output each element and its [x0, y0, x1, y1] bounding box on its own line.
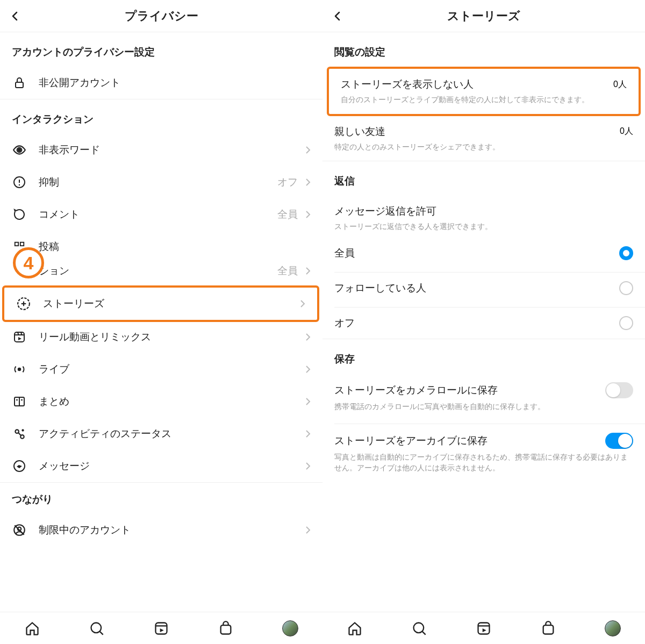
sub-allow-replies: ストーリーズに返信できる人を選択できます。 — [334, 221, 633, 232]
chevron-right-icon — [305, 267, 311, 275]
annotation-badge-4: 4 — [13, 247, 44, 278]
label-stories: ストーリーズ — [43, 297, 297, 311]
row-messages[interactable]: メッセージ — [0, 450, 322, 482]
label-save-archive: ストーリーズをアーカイブに保存 — [334, 434, 605, 448]
header-privacy: プライバシー — [0, 0, 322, 32]
svg-point-4 — [19, 184, 20, 185]
value-comments: 全員 — [277, 207, 298, 221]
row-save-camera-roll[interactable]: ストーリーズをカメラロールに保存 携帯電話のカメラロールに写真や動画を自動的に保… — [322, 374, 645, 421]
row-activity-status[interactable]: アクティビティのステータス — [0, 418, 322, 450]
value-mentions: 全員 — [277, 264, 298, 278]
back-button[interactable] — [332, 11, 343, 22]
live-icon — [12, 362, 27, 377]
value-limit: オフ — [277, 175, 298, 189]
tab-shop[interactable] — [540, 620, 556, 636]
row-close-friends[interactable]: 親しい友達 0人 特定の人とのみストーリーズをシェアできます。 — [322, 116, 645, 161]
tab-search[interactable] — [89, 620, 105, 636]
highlight-hide-from: ストーリーズを表示しない人 0人 自分のストーリーズとライブ動画を特定の人に対し… — [327, 67, 641, 116]
row-posts-partial[interactable]: 投稿 — [0, 231, 322, 255]
lock-icon — [12, 75, 27, 90]
row-reels[interactable]: リール動画とリミックス — [0, 321, 322, 353]
row-hide-stories-from[interactable]: ストーリーズを表示しない人 0人 自分のストーリーズとライブ動画を特定の人に対し… — [329, 69, 639, 114]
sub-save-camera: 携帯電話のカメラロールに写真や動画を自動的に保存します。 — [334, 402, 633, 412]
tab-home[interactable] — [24, 620, 40, 636]
back-button[interactable] — [10, 11, 20, 22]
label-following: フォローしている人 — [334, 281, 619, 295]
chevron-right-icon — [305, 365, 311, 374]
row-option-following[interactable]: フォローしている人 — [322, 273, 645, 304]
tab-profile[interactable] — [605, 620, 621, 636]
row-option-everyone[interactable]: 全員 — [322, 238, 645, 269]
section-saving: 保存 — [322, 339, 645, 374]
label-off: オフ — [334, 316, 619, 330]
row-option-off[interactable]: オフ — [322, 307, 645, 339]
tab-reels[interactable] — [153, 620, 169, 636]
row-hidden-words[interactable]: 非表示ワード — [0, 134, 322, 166]
row-limit[interactable]: 抑制 オフ — [0, 166, 322, 198]
svg-line-28 — [100, 631, 103, 634]
screen-stories: ストーリーズ 閲覧の設定 5 ストーリーズを表示しない人 0人 自分のストーリー… — [322, 0, 645, 644]
section-connections: つながり — [0, 483, 322, 514]
svg-rect-5 — [15, 242, 18, 246]
svg-rect-0 — [16, 82, 23, 88]
restricted-icon — [12, 523, 27, 538]
label-hide-from: ストーリーズを表示しない人 — [341, 77, 613, 91]
label-limit: 抑制 — [39, 175, 277, 189]
svg-point-22 — [22, 429, 24, 431]
guides-icon — [12, 394, 27, 409]
tab-profile[interactable] — [282, 620, 298, 636]
svg-rect-35 — [478, 622, 490, 634]
label-hidden-words: 非表示ワード — [39, 143, 302, 157]
chevron-right-icon — [305, 178, 311, 187]
label-allow-replies: メッセージ返信を許可 — [334, 204, 633, 218]
messages-icon — [12, 459, 27, 474]
label-comments: コメント — [39, 207, 277, 221]
avatar-icon — [282, 620, 298, 636]
chevron-right-icon — [305, 430, 311, 438]
row-mentions-partial[interactable]: ション 全員 — [0, 255, 322, 287]
row-stories[interactable]: ストーリーズ — [4, 288, 317, 320]
svg-marker-31 — [160, 628, 164, 632]
svg-marker-37 — [483, 628, 486, 632]
label-messages: メッセージ — [39, 459, 302, 473]
toggle-off-icon[interactable] — [605, 382, 633, 398]
svg-rect-32 — [221, 625, 231, 634]
toggle-on-icon[interactable] — [605, 433, 633, 449]
tab-search[interactable] — [411, 620, 427, 636]
highlight-stories: ストーリーズ — [2, 285, 319, 322]
svg-rect-38 — [543, 625, 554, 634]
label-private-account: 非公開アカウント — [39, 76, 311, 90]
row-private-account[interactable]: 非公開アカウント — [0, 67, 322, 99]
eye-icon — [12, 142, 27, 158]
label-restricted: 制限中のアカウント — [39, 523, 302, 537]
page-title: プライバシー — [125, 8, 198, 24]
chevron-right-icon — [300, 299, 305, 308]
bottom-tab-bar — [322, 612, 645, 644]
page-title: ストーリーズ — [447, 8, 520, 24]
tab-shop[interactable] — [218, 620, 234, 636]
row-save-archive[interactable]: ストーリーズをアーカイブに保存 写真と動画は自動的にアーカイブに保存されるため、… — [322, 424, 645, 482]
svg-point-1 — [18, 148, 22, 152]
tab-home[interactable] — [347, 620, 363, 636]
row-guides[interactable]: まとめ — [0, 385, 322, 418]
row-restricted[interactable]: 制限中のアカウント — [0, 514, 322, 540]
svg-marker-14 — [18, 337, 22, 340]
label-reels: リール動画とリミックス — [39, 330, 302, 344]
chevron-right-icon — [305, 397, 311, 406]
svg-rect-29 — [156, 622, 167, 634]
section-viewing: 閲覧の設定 — [322, 32, 645, 67]
radio-selected-icon — [619, 246, 633, 260]
sub-close-friends: 特定の人とのみストーリーズをシェアできます。 — [334, 142, 633, 153]
chevron-right-icon — [305, 146, 311, 154]
header-stories: ストーリーズ — [322, 0, 645, 32]
row-comments[interactable]: コメント 全員 — [0, 198, 322, 231]
label-guides: まとめ — [39, 395, 302, 409]
svg-point-33 — [414, 622, 424, 633]
tab-reels[interactable] — [476, 620, 492, 636]
radio-icon — [619, 316, 633, 330]
row-live[interactable]: ライブ — [0, 353, 322, 385]
svg-line-34 — [422, 631, 426, 634]
section-account-privacy: アカウントのプライバシー設定 — [0, 32, 322, 67]
reels-icon — [12, 330, 27, 345]
bottom-tab-bar — [0, 612, 322, 644]
